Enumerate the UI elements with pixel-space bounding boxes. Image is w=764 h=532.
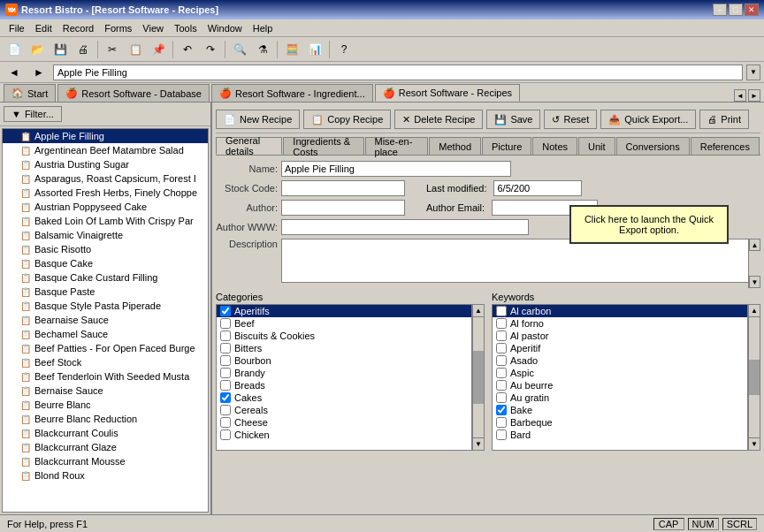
kw-scroll-up[interactable]: ▲ bbox=[749, 305, 760, 317]
category-checkbox[interactable] bbox=[220, 331, 231, 341]
nav-right[interactable]: ► bbox=[748, 89, 760, 102]
keyword-checkbox[interactable] bbox=[496, 380, 507, 391]
tab-database[interactable]: 🍎 Resort Software - Database bbox=[57, 84, 210, 102]
recipe-list-item[interactable]: 📋 Austria Dusting Sugar bbox=[3, 157, 208, 171]
keyword-checkbox[interactable] bbox=[496, 343, 507, 353]
keyword-checkbox[interactable] bbox=[496, 355, 507, 366]
save-toolbar-btn[interactable]: 💾 bbox=[50, 40, 71, 59]
category-item[interactable]: Brandy bbox=[217, 367, 471, 379]
help-btn[interactable]: ? bbox=[333, 40, 355, 59]
content-tab-ingredients-and-costs[interactable]: Ingredients & Costs bbox=[283, 137, 363, 155]
category-checkbox[interactable] bbox=[220, 405, 231, 415]
category-item[interactable]: Cereals bbox=[217, 404, 471, 416]
recipe-list-item[interactable]: 📋 Bearnaise Sauce bbox=[3, 313, 208, 327]
category-item[interactable]: Biscuits & Cookies bbox=[217, 330, 471, 342]
keyword-checkbox[interactable] bbox=[496, 368, 507, 378]
recipe-list-item[interactable]: 📋 Argentinean Beef Matambre Salad bbox=[3, 143, 208, 157]
cat-scroll-down[interactable]: ▼ bbox=[473, 437, 484, 450]
recipe-list-item[interactable]: 📋 Blackcurrant Glaze bbox=[3, 440, 208, 454]
author-input[interactable] bbox=[281, 200, 405, 216]
address-input[interactable] bbox=[53, 65, 743, 80]
category-checkbox[interactable] bbox=[220, 318, 231, 329]
content-tab-method[interactable]: Method bbox=[429, 137, 481, 155]
paste-btn[interactable]: 📌 bbox=[148, 40, 169, 59]
desc-scroll-up[interactable]: ▲ bbox=[749, 239, 760, 251]
keyword-item[interactable]: Aspic bbox=[493, 367, 747, 379]
menu-forms[interactable]: Forms bbox=[99, 21, 137, 35]
author-www-input[interactable] bbox=[281, 219, 529, 235]
category-item[interactable]: Cheese bbox=[217, 416, 471, 429]
cat-scroll-up[interactable]: ▲ bbox=[473, 305, 484, 317]
recipe-list-item[interactable]: 📋 Basque Style Pasta Piperade bbox=[3, 299, 208, 313]
category-checkbox[interactable] bbox=[220, 380, 231, 391]
print-toolbar-btn[interactable]: 🖨 bbox=[73, 40, 94, 59]
content-tab-references[interactable]: References bbox=[691, 137, 760, 155]
content-tab-general-details[interactable]: General details bbox=[216, 137, 282, 155]
content-tab-picture[interactable]: Picture bbox=[482, 137, 531, 155]
recipe-list-item[interactable]: 📋 Assorted Fresh Herbs, Finely Choppe bbox=[3, 186, 208, 200]
recipe-list-item[interactable]: 📋 Baked Loin Of Lamb With Crispy Par bbox=[3, 214, 208, 228]
category-checkbox[interactable] bbox=[220, 429, 231, 440]
category-checkbox[interactable] bbox=[220, 355, 231, 366]
recipe-list-item[interactable]: 📋 Asparagus, Roast Capsicum, Forest I bbox=[3, 171, 208, 186]
menu-tools[interactable]: Tools bbox=[169, 21, 202, 35]
keyword-item[interactable]: Bard bbox=[493, 429, 747, 441]
keyword-checkbox[interactable] bbox=[496, 306, 507, 316]
stock-code-input[interactable] bbox=[281, 180, 405, 196]
keyword-item[interactable]: Aperitif bbox=[493, 342, 747, 354]
find-btn[interactable]: 🔍 bbox=[229, 40, 250, 59]
recipe-list-item[interactable]: 📋 Balsamic Vinaigrette bbox=[3, 228, 208, 242]
menu-record[interactable]: Record bbox=[57, 21, 99, 35]
nav-left[interactable]: ◄ bbox=[734, 89, 746, 102]
forward-btn[interactable]: ► bbox=[28, 63, 50, 82]
address-dropdown[interactable]: ▼ bbox=[746, 65, 760, 80]
close-button[interactable]: ✕ bbox=[745, 4, 759, 16]
reset-recipe-btn[interactable]: ↺ Reset bbox=[544, 110, 597, 129]
copy-recipe-btn[interactable]: 📋 Copy Recipe bbox=[303, 110, 391, 129]
recipe-list-item[interactable]: 📋 Basque Paste bbox=[3, 285, 208, 299]
category-item[interactable]: Chicken bbox=[217, 429, 471, 441]
menu-view[interactable]: View bbox=[137, 21, 169, 35]
redo-btn[interactable]: ↷ bbox=[200, 40, 221, 59]
tab-start[interactable]: 🏠 Start bbox=[4, 84, 56, 102]
category-checkbox[interactable] bbox=[220, 417, 231, 428]
new-recipe-btn[interactable]: 📄 New Recipe bbox=[216, 110, 300, 129]
export-recipe-btn[interactable]: 📤 Quick Export... bbox=[600, 110, 696, 129]
recipe-list-item[interactable]: 📋 Basque Cake bbox=[3, 256, 208, 270]
back-btn[interactable]: ◄ bbox=[4, 63, 25, 82]
recipe-list-item[interactable]: 📋 Basque Cake Custard Filling bbox=[3, 270, 208, 285]
recipe-list-item[interactable]: 📋 Blond Roux bbox=[3, 468, 208, 483]
menu-file[interactable]: File bbox=[4, 21, 30, 35]
print-recipe-btn[interactable]: 🖨 Print bbox=[699, 110, 749, 129]
minimize-button[interactable]: – bbox=[713, 4, 727, 16]
keyword-checkbox[interactable] bbox=[496, 429, 507, 440]
category-checkbox[interactable] bbox=[220, 368, 231, 378]
copy-btn[interactable]: 📋 bbox=[125, 40, 146, 59]
description-textarea[interactable] bbox=[281, 239, 760, 283]
category-item[interactable]: Bitters bbox=[217, 342, 471, 354]
recipe-list-item[interactable]: 📋 Beurre Blanc Reduction bbox=[3, 412, 208, 426]
content-tab-unit[interactable]: Unit bbox=[578, 137, 615, 155]
category-checkbox[interactable] bbox=[220, 306, 231, 316]
new-btn[interactable]: 📄 bbox=[4, 40, 25, 59]
save-recipe-btn[interactable]: 💾 Save bbox=[486, 110, 540, 129]
recipe-list-item[interactable]: 📋 Basic Risotto bbox=[3, 242, 208, 256]
keyword-item[interactable]: Asado bbox=[493, 354, 747, 367]
menu-window[interactable]: Window bbox=[202, 21, 248, 35]
filter-button[interactable]: ▼ Filter... bbox=[4, 106, 62, 122]
recipe-list-item[interactable]: 📋 Blackcurrant Coulis bbox=[3, 426, 208, 440]
filter-btn[interactable]: ⚗ bbox=[252, 40, 273, 59]
keyword-item[interactable]: Al pastor bbox=[493, 330, 747, 342]
open-btn[interactable]: 📂 bbox=[27, 40, 48, 59]
recipe-list-item[interactable]: 📋 Apple Pie Filling bbox=[3, 129, 208, 143]
recipe-list-item[interactable]: 📋 Beurre Blanc bbox=[3, 398, 208, 412]
recipe-list-item[interactable]: 📋 Blackcurrant Mousse bbox=[3, 454, 208, 468]
menu-edit[interactable]: Edit bbox=[30, 21, 57, 35]
recipe-list-item[interactable]: 📋 Bernaise Sauce bbox=[3, 384, 208, 398]
keyword-item[interactable]: Au beurre bbox=[493, 379, 747, 391]
keyword-item[interactable]: Bake bbox=[493, 404, 747, 416]
tab-ingredients[interactable]: 🍎 Resort Software - Ingredient... bbox=[211, 84, 373, 102]
kw-scroll-down[interactable]: ▼ bbox=[749, 437, 760, 450]
keyword-item[interactable]: Al forno bbox=[493, 317, 747, 330]
keyword-checkbox[interactable] bbox=[496, 392, 507, 403]
